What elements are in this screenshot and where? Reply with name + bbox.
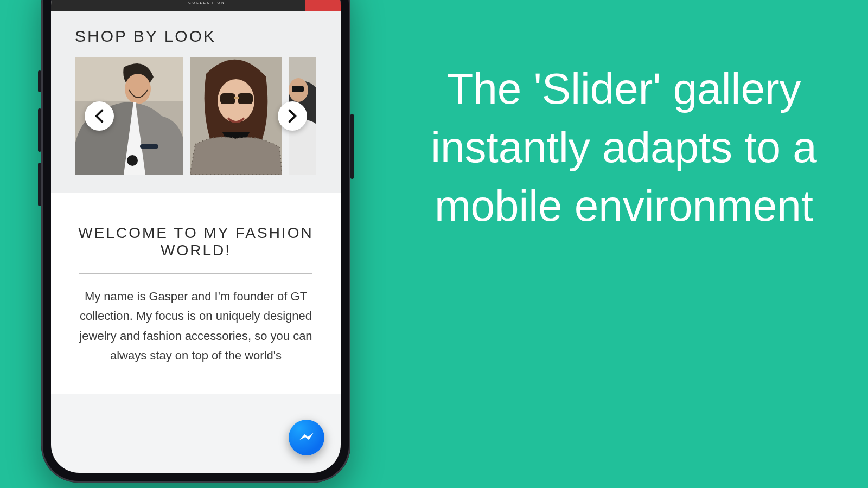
- menu-label[interactable]: MENU: [88, 0, 131, 2]
- phone-mute-switch: [38, 70, 41, 92]
- look-slider[interactable]: [75, 57, 317, 175]
- phone-mock: MENU GT COLLECTION: [41, 0, 350, 483]
- chevron-left-icon: [94, 109, 104, 123]
- chevron-right-icon: [288, 109, 297, 123]
- hamburger-icon[interactable]: [62, 0, 80, 3]
- svg-rect-11: [220, 93, 235, 104]
- messenger-button[interactable]: [289, 420, 324, 455]
- svg-point-6: [125, 74, 151, 104]
- svg-rect-7: [140, 144, 158, 149]
- svg-point-8: [127, 155, 138, 166]
- svg-rect-16: [292, 86, 304, 92]
- divider: [79, 273, 312, 274]
- svg-rect-13: [234, 97, 239, 99]
- slider-prev-button[interactable]: [85, 101, 114, 131]
- app-header: MENU GT COLLECTION: [51, 0, 341, 11]
- welcome-section: WELCOME TO MY FASHION WORLD! My name is …: [51, 193, 341, 394]
- promo-headline: The 'Slider' gallery instantly adapts to…: [412, 60, 835, 235]
- brand-sub: COLLECTION: [131, 1, 283, 4]
- shop-by-look: SHOP BY LOOK: [51, 11, 341, 193]
- shop-by-look-title: SHOP BY LOOK: [75, 27, 317, 46]
- phone-volume-down: [38, 163, 41, 206]
- slider-next-button[interactable]: [278, 101, 307, 131]
- phone-power-button: [350, 114, 354, 179]
- slider-card-2[interactable]: [190, 57, 282, 175]
- phone-screen: MENU GT COLLECTION: [51, 0, 341, 473]
- phone-volume-up: [38, 108, 41, 152]
- cart-count: 0: [329, 0, 335, 1]
- messenger-icon: [296, 427, 317, 448]
- search-icon[interactable]: [283, 0, 301, 3]
- promo-slide: MENU GT COLLECTION: [0, 0, 868, 488]
- svg-rect-12: [238, 93, 253, 104]
- brand-logo[interactable]: GT COLLECTION: [131, 0, 283, 4]
- cart-button[interactable]: 0: [305, 0, 341, 11]
- welcome-body: My name is Gasper and I'm founder of GT …: [78, 287, 314, 365]
- welcome-title: WELCOME TO MY FASHION WORLD!: [78, 224, 314, 259]
